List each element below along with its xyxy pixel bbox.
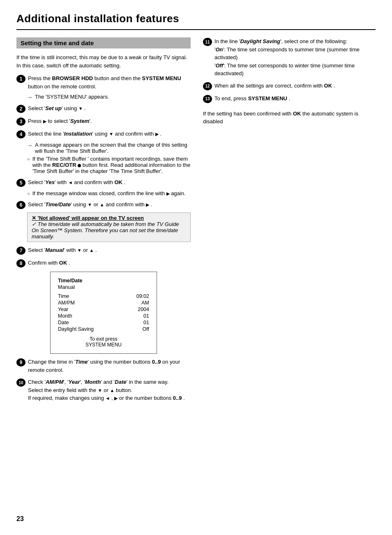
step-12-content: When all the settings are correct, confi… [214,82,376,90]
left-column: Setting the time and date If the time is… [16,37,191,406]
step-num-2: 2 [16,105,25,113]
menu-label-time: Time [58,293,69,299]
menu-value-daylight: Off [143,326,149,332]
step-9-row: 9 Change the time in 'Time' using the nu… [16,358,191,374]
step-5-content: Select 'Yes' with ◄ and confirm with OK … [28,178,191,187]
step-4-arrow: → A message appears on the screen that t… [27,142,191,154]
menu-value-time: 09:02 [136,293,149,299]
step-4-content: Select the line 'Installation' using ▼ a… [28,130,191,138]
circle-icon-4: ○ [27,157,30,174]
step-11-content: In the line 'Daylight Saving', select on… [214,37,376,78]
step-num-7: 7 [16,247,25,255]
note-title-6: ✕ 'Not allowed' will appear on the TV sc… [32,215,186,221]
menu-box: Time/Date Manual Time 09:02 AM/PM AM Yea… [50,272,157,354]
step-num-4: 4 [16,130,25,138]
step-10-content: Check 'AM/PM', 'Year', 'Month' and 'Date… [28,378,191,402]
menu-footer: To exit pressSYSTEM MENU [58,336,149,348]
step-num-12: 12 [203,82,212,90]
step-10: 10 Check 'AM/PM', 'Year', 'Month' and 'D… [16,378,191,402]
page-number: 23 [16,515,24,523]
intro-text: If the time is still incorrect, this may… [16,53,191,69]
step-3: 3 Press ▶ to select 'System'. [16,117,191,126]
menu-row-time: Time 09:02 [58,293,149,299]
step-5-row: 5 Select 'Yes' with ◄ and confirm with O… [16,178,191,187]
step-4: 4 Select the line 'Installation' using ▼… [16,130,191,174]
step-1: 1 Press the BROWSER HDD button and then … [16,74,191,100]
step-13-content: To end, press SYSTEM MENU . [214,95,376,103]
step-10-row: 10 Check 'AM/PM', 'Year', 'Month' and 'D… [16,378,191,402]
step-num-13: 13 [203,95,212,103]
step-12-row: 12 When all the settings are correct, co… [203,82,376,90]
step-num-5: 5 [16,179,25,187]
menu-label-daylight: Daylight Saving [58,326,94,332]
menu-label-year: Year [58,307,68,312]
step-9: 9 Change the time in 'Time' using the nu… [16,358,191,374]
menu-row-year: Year 2004 [58,307,149,312]
step-num-3: 3 [16,118,25,126]
arrow-icon: → [27,94,32,100]
step-12: 12 When all the settings are correct, co… [203,82,376,90]
menu-row-daylight: Daylight Saving Off [58,326,149,332]
menu-label-date: Date [58,320,69,325]
note-body-6: ✓ The time/date will automatically be ta… [32,221,186,240]
footer-note: If the setting has been confirmed with O… [203,110,376,126]
step-num-6: 6 [16,201,25,209]
step-7: 7 Select 'Manual' with ▼ or ▲ . [16,246,191,255]
menu-label-month: Month [58,313,72,319]
step-7-row: 7 Select 'Manual' with ▼ or ▲ . [16,246,191,255]
step-1-row: 1 Press the BROWSER HDD button and then … [16,74,191,90]
step-5-circle: ○ If the message window was closed, conf… [27,190,191,196]
step-4-circle: ○ If the 'Time Shift Buffer ' contains i… [27,156,191,174]
step-8-content: Confirm with OK . [28,259,191,267]
step-5-circle-text: If the message window was closed, confir… [32,190,186,196]
step-2-row: 2 Select 'Set up' using ▼ . [16,104,191,113]
step-3-row: 3 Press ▶ to select 'System'. [16,117,191,126]
step-num-10: 10 [16,378,25,387]
menu-value-ampm: AM [141,300,149,306]
step-6-content: Select 'Time/Date' using ▼ or ▲ and conf… [28,201,191,209]
step-11: 11 In the line 'Daylight Saving', select… [203,37,376,78]
step-7-content: Select 'Manual' with ▼ or ▲ . [28,246,191,254]
step-2-content: Select 'Set up' using ▼ . [28,104,191,113]
menu-label-ampm: AM/PM [58,300,75,306]
step-6-row: 6 Select 'Time/Date' using ▼ or ▲ and co… [16,201,191,209]
step-1-arrow: → The 'SYSTEM MENU' appears. [27,94,191,100]
step-4-circle-text: If the 'Time Shift Buffer ' contains imp… [32,156,191,174]
step-1-content: Press the BROWSER HDD button and then th… [28,74,191,90]
step-num-11: 11 [203,38,212,46]
menu-value-year: 2004 [138,307,149,312]
menu-value-date: 01 [143,320,149,325]
step-1-sub: → The 'SYSTEM MENU' appears. [27,94,191,100]
step-8: 8 Confirm with OK . [16,259,191,268]
menu-box-subtitle: Manual [58,284,149,290]
step-13-row: 13 To end, press SYSTEM MENU . [203,95,376,103]
arrow-icon-4: → [27,142,32,154]
title-divider [16,29,376,30]
step-8-row: 8 Confirm with OK . [16,259,191,268]
circle-icon-5: ○ [27,191,30,196]
menu-row-month: Month 01 [58,313,149,319]
menu-row-date: Date 01 [58,320,149,325]
menu-box-title: Time/Date [58,278,149,284]
step-2: 2 Select 'Set up' using ▼ . [16,104,191,113]
step-6: 6 Select 'Time/Date' using ▼ or ▲ and co… [16,201,191,242]
main-content: Setting the time and date If the time is… [16,37,376,406]
step-num-8: 8 [16,259,25,268]
step-11-row: 11 In the line 'Daylight Saving', select… [203,37,376,78]
note-box-6: ✕ 'Not allowed' will appear on the TV sc… [27,212,191,242]
step-3-content: Press ▶ to select 'System'. [28,117,191,125]
step-num-9: 9 [16,358,25,367]
step-5-sub: ○ If the message window was closed, conf… [27,190,191,196]
step-4-row: 4 Select the line 'Installation' using ▼… [16,130,191,138]
step-6-sub: ✕ 'Not allowed' will appear on the TV sc… [27,212,191,242]
step-13: 13 To end, press SYSTEM MENU . [203,95,376,103]
menu-value-month: 01 [143,313,149,319]
step-1-arrow-text: The 'SYSTEM MENU' appears. [35,94,109,100]
right-column: 11 In the line 'Daylight Saving', select… [203,37,376,406]
page-title: Additional installation features [16,12,376,25]
step-4-arrow-text: A message appears on the screen that the… [35,142,191,154]
section-header: Setting the time and date [16,37,191,48]
step-num-1: 1 [16,75,25,83]
step-5: 5 Select 'Yes' with ◄ and confirm with O… [16,178,191,196]
menu-row-ampm: AM/PM AM [58,300,149,306]
